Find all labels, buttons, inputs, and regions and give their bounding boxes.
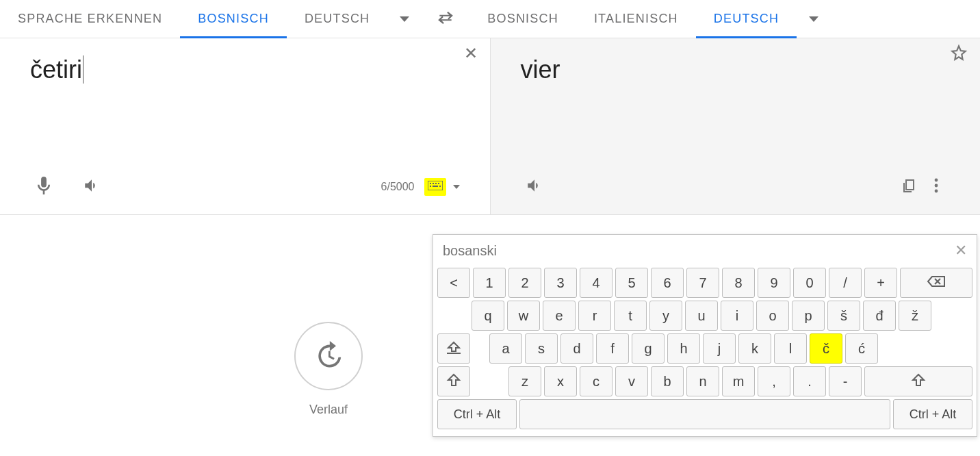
chevron-down-icon: [400, 16, 409, 22]
microphone-button[interactable]: [30, 173, 57, 201]
key-4[interactable]: 4: [580, 268, 612, 298]
key-1[interactable]: 1: [473, 268, 506, 298]
key-t[interactable]: t: [614, 301, 647, 331]
keyboard-row-2: qwertyuiopšđž: [437, 301, 972, 331]
key-ctrl-alt-right[interactable]: Ctrl + Alt: [893, 399, 972, 429]
history-icon: [294, 322, 363, 390]
key-c[interactable]: c: [580, 366, 612, 396]
key-caps[interactable]: [437, 333, 470, 364]
key-2[interactable]: 2: [508, 268, 541, 298]
key-j[interactable]: j: [703, 333, 736, 364]
key-ž[interactable]: ž: [899, 301, 931, 331]
key-7[interactable]: 7: [686, 268, 719, 298]
tab-target-german[interactable]: DEUTSCH: [696, 0, 797, 38]
source-text-input[interactable]: četiri: [30, 55, 83, 84]
key-a[interactable]: a: [489, 333, 522, 364]
keyboard-toggle-button[interactable]: [424, 178, 446, 196]
close-icon: ✕: [464, 44, 478, 62]
swap-icon: [437, 10, 454, 28]
target-panel: vier: [491, 38, 981, 214]
keyboard-row-3: asdfghjklčć: [437, 333, 972, 364]
key-r[interactable]: r: [578, 301, 611, 331]
tab-target-italian[interactable]: ITALIENISCH: [576, 0, 696, 38]
key-n[interactable]: n: [686, 366, 719, 396]
key-l[interactable]: l: [774, 333, 807, 364]
key-0[interactable]: 0: [793, 268, 826, 298]
svg-rect-3: [435, 183, 437, 184]
key-h[interactable]: h: [667, 333, 700, 364]
char-count: 6/5000: [381, 181, 415, 193]
source-more-languages[interactable]: [387, 16, 422, 22]
key-p[interactable]: p: [792, 301, 825, 331]
translation-panels: četiri ✕ 6/5000: [0, 38, 980, 215]
key-<[interactable]: <: [437, 268, 470, 298]
svg-rect-4: [438, 183, 439, 184]
key--[interactable]: -: [829, 366, 862, 396]
key-m[interactable]: m: [722, 366, 755, 396]
svg-rect-1: [430, 183, 431, 184]
keyboard-title: bosanski: [443, 243, 497, 259]
key-shift-left[interactable]: [437, 366, 470, 396]
virtual-keyboard: bosanski ✕ <1234567890/+ qwertyuiopšđž a…: [433, 234, 977, 437]
history-button[interactable]: Verlauf: [294, 322, 363, 417]
key-5[interactable]: 5: [615, 268, 648, 298]
key-/[interactable]: /: [829, 268, 862, 298]
key-9[interactable]: 9: [758, 268, 790, 298]
key-g[interactable]: g: [632, 333, 665, 364]
key-b[interactable]: b: [651, 366, 684, 396]
key-6[interactable]: 6: [651, 268, 684, 298]
key-shift-right-icon: [911, 373, 926, 390]
clear-input-button[interactable]: ✕: [464, 44, 478, 63]
key-+[interactable]: +: [864, 268, 897, 298]
key-z[interactable]: z: [508, 366, 541, 396]
target-more-languages[interactable]: [797, 16, 831, 22]
more-options-button[interactable]: [923, 173, 950, 201]
save-translation-button[interactable]: [950, 44, 968, 66]
key-d[interactable]: d: [560, 333, 593, 364]
key-q[interactable]: q: [472, 301, 504, 331]
key-shift-right[interactable]: [864, 366, 972, 396]
copy-icon: [901, 177, 917, 197]
key-8[interactable]: 8: [722, 268, 755, 298]
key-k[interactable]: k: [738, 333, 771, 364]
tab-source-german[interactable]: DEUTSCH: [287, 0, 387, 38]
keyboard-row-1: <1234567890/+: [437, 268, 972, 298]
key-y[interactable]: y: [649, 301, 682, 331]
key-č[interactable]: č: [810, 333, 842, 364]
target-toolbar: [521, 173, 951, 201]
microphone-icon: [37, 177, 51, 197]
key-ć[interactable]: ć: [845, 333, 878, 364]
key-e[interactable]: e: [543, 301, 576, 331]
listen-source-button[interactable]: [78, 173, 105, 201]
key-,[interactable]: ,: [758, 366, 790, 396]
key-.[interactable]: .: [793, 366, 826, 396]
tab-source-bosnian[interactable]: BOSNISCH: [180, 0, 287, 38]
key-shift-left-icon: [446, 373, 461, 390]
speaker-icon: [83, 177, 101, 197]
key-đ[interactable]: đ: [863, 301, 896, 331]
key-v[interactable]: v: [615, 366, 648, 396]
copy-translation-button[interactable]: [895, 173, 923, 201]
more-vertical-icon: [934, 177, 938, 197]
swap-languages-button[interactable]: [422, 10, 469, 28]
listen-target-button[interactable]: [521, 173, 548, 201]
key-u[interactable]: u: [685, 301, 718, 331]
key-3[interactable]: 3: [544, 268, 577, 298]
key-space[interactable]: [519, 399, 890, 429]
key-backspace[interactable]: [900, 268, 972, 298]
keyboard-close-button[interactable]: ✕: [955, 242, 967, 259]
key-f[interactable]: f: [596, 333, 629, 364]
key-w[interactable]: w: [507, 301, 540, 331]
tab-target-bosnian[interactable]: BOSNISCH: [469, 0, 576, 38]
key-s[interactable]: s: [525, 333, 558, 364]
key-ctrl-alt-left[interactable]: Ctrl + Alt: [437, 399, 517, 429]
svg-point-8: [935, 179, 938, 182]
key-o[interactable]: o: [756, 301, 789, 331]
key-x[interactable]: x: [544, 366, 577, 396]
keyboard-options-dropdown[interactable]: [453, 185, 460, 189]
svg-point-9: [935, 184, 938, 188]
key-i[interactable]: i: [721, 301, 753, 331]
key-š[interactable]: š: [827, 301, 860, 331]
speaker-icon: [526, 177, 543, 197]
tab-source-detect[interactable]: SPRACHE ERKENNEN: [0, 0, 180, 38]
